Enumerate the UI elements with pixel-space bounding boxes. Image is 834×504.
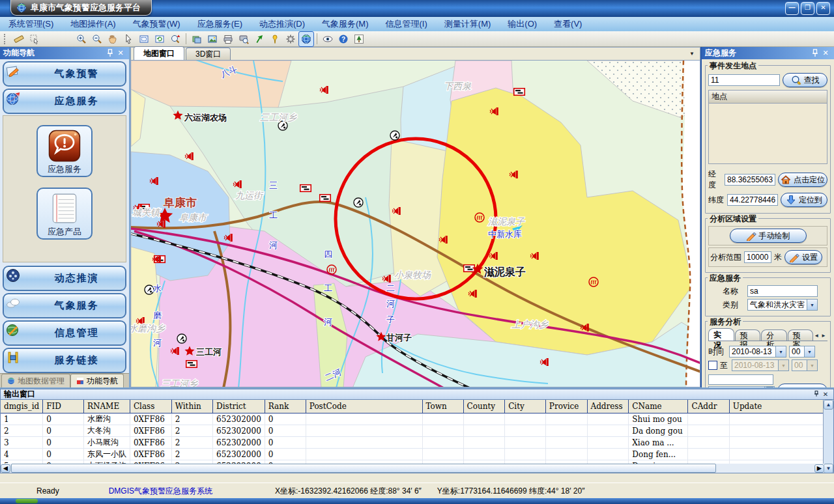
- service-name-input[interactable]: [747, 285, 818, 297]
- column-header-City[interactable]: City: [505, 400, 546, 413]
- pin-icon[interactable]: [267, 31, 283, 47]
- menu-item[interactable]: 气象服务(M): [313, 18, 377, 30]
- column-header-District[interactable]: District: [213, 400, 265, 413]
- chevron-down-icon[interactable]: ▼: [807, 300, 817, 310]
- close-button[interactable]: ✕: [816, 2, 830, 15]
- table-horizontal-scrollbar[interactable]: ◄ ►: [1, 464, 824, 473]
- select-box-2-icon[interactable]: [42, 31, 58, 47]
- eye-icon[interactable]: [320, 31, 336, 47]
- chevron-down-icon[interactable]: ▼: [804, 346, 814, 357]
- toolbar-grip[interactable]: [4, 34, 8, 44]
- left-panel-close-icon[interactable]: ✕: [115, 48, 126, 58]
- search-button[interactable]: 查找: [783, 73, 827, 87]
- pan-icon[interactable]: [105, 31, 121, 47]
- column-header-PostCode[interactable]: PostCode: [306, 400, 422, 413]
- tab-map-window[interactable]: 地图窗口: [134, 46, 184, 60]
- table-vertical-scrollbar[interactable]: ▲ ▼: [823, 400, 833, 473]
- tab-3d-window[interactable]: 3D窗口: [186, 48, 231, 60]
- location-list-header[interactable]: 地点: [708, 90, 827, 104]
- menu-item[interactable]: 地图操作(A): [62, 18, 124, 30]
- scroll-down-icon[interactable]: ▼: [824, 464, 833, 473]
- zoom-in-icon[interactable]: [74, 31, 89, 47]
- nav-group-气象服务[interactable]: 气象服务: [3, 293, 126, 318]
- nav-group-动态推演[interactable]: 动态推演: [3, 266, 126, 291]
- help-icon[interactable]: [336, 31, 351, 47]
- location-list[interactable]: [708, 104, 827, 164]
- column-header-Update[interactable]: Update: [729, 400, 833, 413]
- set-range-button[interactable]: 设置: [784, 250, 822, 264]
- print-preview-icon[interactable]: [236, 31, 252, 47]
- table-row[interactable]: 30小马厩沟0XFF8626523020000Xiao ma ...: [1, 437, 833, 449]
- menu-item[interactable]: 动态推演(D): [251, 18, 313, 30]
- left-panel-pin-icon[interactable]: [105, 48, 115, 58]
- output-close-icon[interactable]: ✕: [821, 391, 830, 398]
- warning-flag-icon[interactable]: [514, 89, 525, 96]
- full-extent-icon[interactable]: [136, 31, 152, 47]
- nav-group-气象预警[interactable]: 气象预警: [3, 61, 126, 87]
- chevron-down-icon[interactable]: ▼: [775, 346, 786, 357]
- menu-item[interactable]: 气象预警(W): [124, 18, 189, 30]
- analysis-tab-预案[interactable]: 预案: [788, 329, 814, 341]
- right-panel-pin-icon[interactable]: [810, 48, 820, 58]
- column-header-CAddr[interactable]: CAddr: [688, 400, 729, 413]
- manual-draw-button[interactable]: 手动绘制: [730, 229, 807, 243]
- zoom-out-icon[interactable]: [89, 31, 105, 47]
- service-type-select[interactable]: 气象和洪水灾害 ▼: [747, 299, 818, 311]
- column-header-Town[interactable]: Town: [422, 400, 463, 413]
- analysis-tab-预报[interactable]: 预报: [735, 329, 761, 341]
- zoom-search-icon[interactable]: [167, 31, 183, 47]
- column-header-CName[interactable]: CName: [629, 400, 688, 413]
- column-header-RNAME[interactable]: RNAME: [83, 400, 130, 413]
- menu-item[interactable]: 输出(O): [499, 18, 545, 30]
- table-row[interactable]: 20大冬沟0XFF8626523020000Da dong gou: [1, 425, 833, 437]
- left-tab-功能导航[interactable]: 功能导航: [70, 374, 124, 387]
- shortcut-应急产品[interactable]: 应急产品: [36, 188, 93, 240]
- shortcut-应急服务[interactable]: 应急服务: [36, 125, 93, 177]
- menu-item[interactable]: 测量计算(M): [436, 18, 500, 30]
- nav-group-应急服务[interactable]: 应急服务: [3, 89, 126, 114]
- column-header-Address[interactable]: Address: [587, 400, 629, 413]
- warning-flag-icon[interactable]: [186, 361, 197, 368]
- minimize-button[interactable]: —: [785, 2, 799, 15]
- analysis-tab-分析[interactable]: 分析: [761, 329, 787, 341]
- menu-item[interactable]: 系统管理(S): [0, 18, 62, 30]
- settings-icon[interactable]: [283, 31, 298, 47]
- analysis-tab-实况[interactable]: 实况: [708, 328, 734, 341]
- analysis-selected-box[interactable]: [708, 374, 773, 385]
- print-icon[interactable]: [220, 31, 236, 47]
- column-header-FID[interactable]: FID: [43, 400, 84, 413]
- column-header-County[interactable]: County: [463, 400, 505, 413]
- warning-flag-icon[interactable]: [464, 265, 475, 272]
- image-export-icon[interactable]: [205, 31, 220, 47]
- scroll-left-icon[interactable]: ◄: [814, 333, 819, 339]
- menu-item[interactable]: 信息管理(I): [377, 18, 436, 30]
- restore-button[interactable]: ❐: [801, 2, 814, 15]
- map-tab-overflow-button[interactable]: ▼: [689, 51, 695, 57]
- table-row[interactable]: 10水磨沟0XFF8626523020000Shui mo gou: [1, 413, 833, 425]
- green-arrow-icon[interactable]: [252, 31, 267, 47]
- latitude-input[interactable]: [727, 194, 778, 206]
- pointer-icon[interactable]: [121, 31, 136, 47]
- to-date-checkbox[interactable]: [708, 361, 717, 370]
- station-symbol-icon[interactable]: [145, 285, 154, 294]
- globe-icon[interactable]: [298, 31, 314, 47]
- output-pin-icon[interactable]: [812, 390, 821, 399]
- select-box-icon[interactable]: [27, 31, 42, 47]
- column-header-Within[interactable]: Within: [171, 400, 212, 413]
- menu-item[interactable]: 应急服务(E): [189, 18, 251, 30]
- tree-icon[interactable]: [351, 31, 367, 47]
- select-box-3-icon[interactable]: [58, 31, 74, 47]
- nav-group-信息管理[interactable]: 信息管理: [3, 320, 126, 346]
- longitude-input[interactable]: [725, 174, 775, 186]
- column-header-Rank[interactable]: Rank: [265, 400, 306, 413]
- warning-flag-icon[interactable]: [320, 195, 331, 202]
- column-header-Class[interactable]: Class: [130, 400, 171, 413]
- refresh-icon[interactable]: [152, 31, 167, 47]
- station-symbol-icon[interactable]: [354, 198, 363, 207]
- table-row[interactable]: 40东风一小队0XFF8626523020000Dong fen...: [1, 449, 833, 460]
- scroll-right-icon[interactable]: ►: [821, 333, 826, 339]
- station-symbol-icon[interactable]: [177, 334, 186, 343]
- column-header-dmgis_id[interactable]: dmgis_id: [1, 400, 43, 413]
- layers-icon[interactable]: [189, 31, 205, 47]
- map-canvas[interactable]: 八斗六运湖农场三工河乡下西泉九运街阜康市城关镇阜康市滋泥泉子中新水库滋泥泉子小泉…: [130, 60, 700, 387]
